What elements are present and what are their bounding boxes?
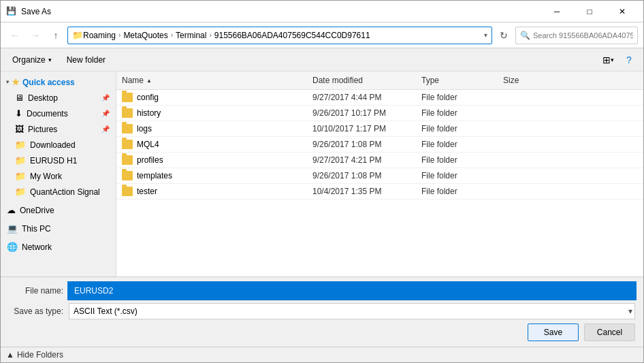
search-box[interactable]: 🔍 (515, 27, 638, 44)
folder-icon (122, 93, 133, 102)
table-row[interactable]: templates 9/26/2017 1:08 PM File folder (116, 168, 643, 184)
quick-access-header[interactable]: ▾ ★ Quick access (1, 74, 116, 90)
cancel-button[interactable]: Cancel (584, 323, 635, 341)
thispc-icon: 💻 (7, 223, 18, 234)
file-type: File folder (416, 91, 498, 104)
quick-access-label: Quick access (22, 78, 75, 87)
table-row[interactable]: profiles 9/27/2017 4:21 PM File folder (116, 153, 643, 168)
col-header-size[interactable]: Size (498, 74, 552, 86)
documents-label: Documents (27, 109, 68, 119)
minimize-button[interactable]: ─ (541, 1, 573, 22)
file-date: 10/10/2017 1:17 PM (307, 123, 416, 135)
filename-row: File name: (9, 283, 635, 299)
hide-folders-row: ▲ Hide Folders (1, 347, 643, 362)
col-header-type[interactable]: Type (416, 74, 498, 86)
table-row[interactable]: history 9/26/2017 10:17 PM File folder (116, 106, 643, 121)
folder-icon (122, 108, 133, 118)
close-button[interactable]: ✕ (607, 1, 638, 22)
file-date: 9/26/2017 10:17 PM (307, 107, 416, 119)
file-size (498, 112, 552, 114)
quantaction-icon: 📁 (15, 187, 26, 197)
sidebar-item-thispc[interactable]: 💻 This PC (1, 221, 116, 236)
address-path-content: Roaming › MetaQuotes › Terminal › 915566… (83, 31, 370, 40)
file-size (498, 159, 552, 161)
file-type: File folder (416, 185, 498, 198)
sidebar-item-pictures[interactable]: 🖼 Pictures 📌 (1, 121, 116, 137)
mywork-label: My Work (30, 172, 62, 181)
sidebar-item-eurusd[interactable]: 📁 EURUSD H1 (1, 153, 116, 168)
save-button[interactable]: Save (528, 323, 579, 341)
file-date: 9/26/2017 1:08 PM (307, 138, 416, 151)
table-row[interactable]: config 9/27/2017 4:44 PM File folder (116, 90, 643, 106)
file-date: 9/26/2017 1:08 PM (307, 170, 416, 182)
mywork-icon: 📁 (15, 171, 26, 181)
onedrive-label: OneDrive (20, 206, 54, 215)
address-path[interactable]: 📁 Roaming › MetaQuotes › Terminal › 9155… (67, 27, 492, 44)
search-icon: 🔍 (520, 31, 530, 40)
folder-icon (122, 140, 133, 149)
view-button[interactable]: ⊞ ▾ (598, 51, 617, 69)
view-icon: ⊞ (602, 54, 611, 65)
filetype-row: Save as type: ASCII Text (*.csv) CSV (Co… (9, 303, 635, 319)
file-size (498, 174, 552, 177)
organize-label: Organize (12, 55, 46, 65)
path-folder-icon: 📁 (72, 30, 83, 40)
downloaded-label: Downloaded (30, 140, 76, 150)
sidebar-item-documents[interactable]: ⬇ Documents 📌 (1, 106, 116, 121)
back-button[interactable]: ← (6, 27, 24, 44)
file-size (498, 143, 552, 146)
window-icon: 💾 (6, 6, 17, 17)
maximize-button[interactable]: □ (574, 1, 605, 22)
pictures-pin-icon: 📌 (101, 125, 110, 133)
forward-button[interactable]: → (27, 27, 44, 44)
sidebar-item-quantaction[interactable]: 📁 QuantAction Signal (1, 184, 116, 200)
window-controls: ─ □ ✕ (541, 1, 638, 22)
up-button[interactable]: ↑ (47, 27, 65, 44)
documents-icon: ⬇ (15, 108, 22, 119)
search-input[interactable] (533, 31, 633, 40)
sidebar-item-downloaded[interactable]: 📁 Downloaded (1, 137, 116, 153)
col-header-name[interactable]: Name ▲ (116, 74, 307, 86)
new-folder-button[interactable]: New folder (61, 51, 112, 69)
help-icon: ? (626, 54, 632, 65)
filename-input[interactable] (69, 283, 635, 299)
table-row[interactable]: logs 10/10/2017 1:17 PM File folder (116, 121, 643, 137)
table-row[interactable]: tester 10/4/2017 1:35 PM File folder (116, 184, 643, 200)
network-section: 🌐 Network (1, 239, 116, 255)
sidebar-item-network[interactable]: 🌐 Network (1, 239, 116, 255)
file-name: logs (137, 124, 152, 133)
file-name: tester (137, 187, 157, 196)
hide-folders-icon: ▲ (6, 350, 14, 360)
file-list: Name ▲ Date modified Type Size config 9/… (116, 72, 643, 277)
hide-folders-label: Hide Folders (17, 350, 63, 360)
address-bar: ← → ↑ 📁 Roaming › MetaQuotes › Terminal … (1, 22, 643, 48)
file-name: templates (137, 171, 172, 180)
refresh-button[interactable]: ↻ (495, 27, 513, 44)
quick-access-expand-icon: ▾ (6, 79, 9, 85)
sidebar-item-onedrive[interactable]: ☁ OneDrive (1, 202, 116, 218)
file-name: history (137, 108, 161, 118)
folder-icon (122, 187, 133, 196)
file-size (498, 96, 552, 99)
main-content: ▾ ★ Quick access 🖥 Desktop 📌 ⬇ Documents… (1, 72, 643, 277)
file-date: 9/27/2017 4:44 PM (307, 91, 416, 104)
organize-button[interactable]: Organize ▾ (6, 51, 58, 69)
bottom-form: File name: Save as type: ASCII Text (*.c… (1, 277, 643, 347)
sidebar-item-desktop[interactable]: 🖥 Desktop 📌 (1, 90, 116, 106)
path-sep-1: › (118, 31, 120, 39)
file-type: File folder (416, 123, 498, 135)
filetype-select-wrapper: ASCII Text (*.csv) CSV (Comma delimited)… (69, 303, 635, 319)
filetype-select[interactable]: ASCII Text (*.csv) CSV (Comma delimited)… (69, 303, 635, 319)
file-name: profiles (137, 155, 163, 165)
table-row[interactable]: MQL4 9/26/2017 1:08 PM File folder (116, 137, 643, 153)
col-header-date[interactable]: Date modified (307, 74, 416, 86)
filename-label: File name: (9, 286, 63, 296)
sidebar-item-mywork[interactable]: 📁 My Work (1, 168, 116, 184)
file-rows-container: config 9/27/2017 4:44 PM File folder his… (116, 90, 643, 200)
network-icon: 🌐 (7, 242, 18, 252)
pictures-icon: 🖼 (15, 124, 24, 134)
file-type: File folder (416, 170, 498, 182)
hide-folders-button[interactable]: ▲ Hide Folders (6, 350, 63, 360)
address-dropdown-icon: ▾ (481, 31, 487, 39)
help-button[interactable]: ? (620, 51, 638, 69)
